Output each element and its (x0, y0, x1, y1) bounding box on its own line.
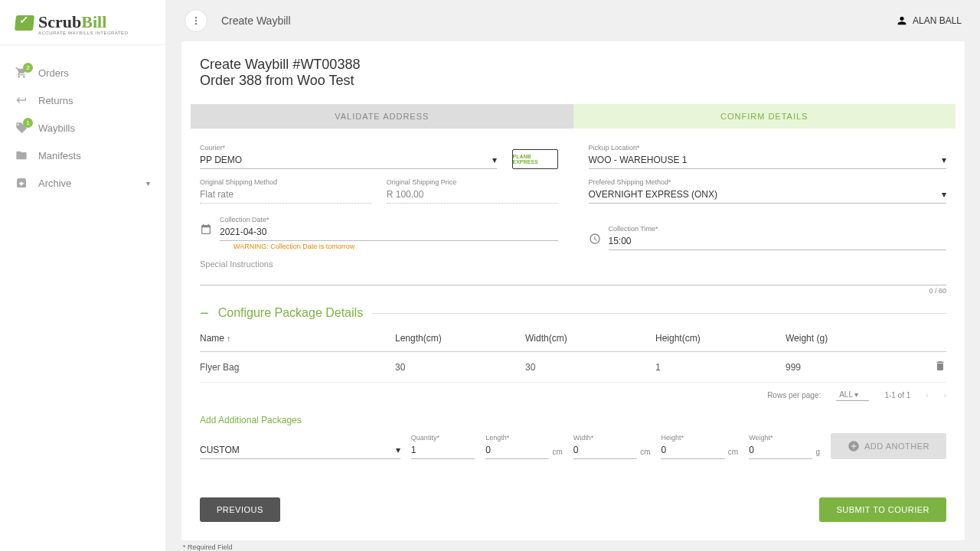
table-header: Name ↑ Length(cm) Width(cm) Height(cm) W… (200, 325, 946, 352)
dropdown-icon: ▾ (942, 189, 946, 200)
cell-height: 1 (655, 362, 786, 373)
coll-date-label: Collection Date* (220, 216, 558, 223)
dropdown-icon: ▾ (942, 155, 946, 165)
height-input[interactable]: 0 (661, 442, 724, 459)
page-title-1: Create Waybill #WT00388 (200, 57, 946, 73)
cell-weight: 999 (786, 362, 916, 373)
qty-input[interactable]: 1 (411, 442, 475, 459)
nav-returns[interactable]: Returns (0, 86, 165, 114)
nav-waybills[interactable]: 1 Waybills (0, 114, 165, 142)
nav-archive[interactable]: Archive ▾ (0, 169, 165, 197)
nav-manifests[interactable]: Manifests (0, 142, 165, 169)
th-height[interactable]: Height(cm) (655, 333, 786, 344)
orig-method-label: Original Shipping Method (200, 178, 371, 186)
tags-icon: 1 (15, 122, 28, 134)
length-input[interactable]: 0 (485, 442, 549, 459)
coll-date-input[interactable]: 2021-04-30 (220, 223, 558, 241)
unit: cm (728, 448, 738, 459)
step-confirm[interactable]: CONFIRM DETAILS (573, 104, 956, 129)
cell-name: Flyer Bag (200, 362, 395, 373)
return-icon (15, 94, 28, 106)
orig-price-value: R 100.00 (387, 186, 558, 204)
user-name: ALAN BALL (913, 15, 962, 26)
nav-label: Orders (38, 67, 69, 79)
special-input[interactable] (200, 269, 946, 285)
th-length[interactable]: Length(cm) (395, 333, 525, 344)
rpp-select[interactable]: ALL ▾ (836, 389, 869, 401)
orig-price-label: Original Shipping Price (387, 178, 558, 186)
th-weight[interactable]: Weight (g) (786, 333, 916, 344)
table-row: Flyer Bag 30 30 1 999 (200, 352, 946, 383)
sort-up-icon: ↑ (227, 334, 230, 343)
special-label: Special Instructions (200, 259, 946, 269)
waybills-badge: 1 (23, 118, 33, 128)
coll-date-warning: WARNING: Collection Date is tomorrow (200, 243, 558, 250)
weight-input[interactable]: 0 (749, 442, 812, 459)
clock-icon (589, 233, 601, 250)
chevron-down-icon: ▾ (146, 179, 150, 187)
pagination: Rows per page: ALL ▾ 1-1 of 1 ‹ › (181, 383, 965, 407)
cart-icon: 2 (15, 67, 28, 79)
more-vert-icon (190, 15, 202, 27)
menu-button[interactable] (185, 9, 207, 32)
th-name[interactable]: Name ↑ (200, 333, 395, 344)
nav-label: Manifests (38, 150, 81, 161)
person-icon (896, 15, 908, 27)
pickup-label: Pickup Location* (589, 144, 947, 152)
unit: g (815, 448, 820, 459)
unit: cm (552, 448, 562, 459)
width-label: Width* (573, 434, 637, 442)
required-note: * Required Field (181, 540, 965, 551)
card: Create Waybill #WT00388 Order 388 from W… (181, 41, 965, 540)
prev-page-button[interactable]: ‹ (926, 391, 928, 399)
logo: ScrubBill ACCURATE WAYBILLS INTEGRATED (0, 14, 165, 45)
courier-select[interactable]: PP DEMO▾ (200, 152, 497, 169)
step-validate[interactable]: VALIDATE ADDRESS (191, 104, 573, 129)
collapse-icon[interactable]: − (200, 305, 209, 321)
pref-method-select[interactable]: OVERNIGHT EXPRESS (ONX)▾ (589, 186, 947, 204)
cell-width: 30 (525, 362, 655, 373)
nav-label: Archive (38, 178, 71, 189)
add-another-button[interactable]: ADD ANOTHER (831, 433, 946, 459)
package-type-select[interactable]: CUSTOM▾ (200, 442, 400, 459)
nav: 2 Orders Returns 1 Waybills (0, 53, 165, 203)
orders-badge: 2 (23, 63, 33, 73)
page-title-2: Order 388 from Woo Test (200, 73, 946, 89)
topbar-title: Create Waybill (221, 15, 291, 27)
folder-icon (15, 149, 28, 161)
special-count: 0 / 60 (181, 287, 965, 295)
submit-button[interactable]: SUBMIT TO COURIER (819, 497, 946, 522)
dropdown-icon: ▾ (492, 155, 497, 165)
divider (372, 313, 946, 314)
topbar: Create Waybill ALAN BALL (166, 0, 980, 41)
nav-orders[interactable]: 2 Orders (0, 59, 165, 86)
height-label: Height* (661, 434, 724, 442)
pickup-select[interactable]: WOO - WAREHOUSE 1▾ (589, 152, 947, 169)
add-packages-title: Add Additional Packages (181, 407, 965, 433)
delete-row-button[interactable] (916, 360, 946, 374)
calendar-icon (200, 223, 212, 241)
rpp-label: Rows per page: (767, 391, 821, 399)
courier-logo: PLANB EXPRESS (512, 149, 558, 169)
coll-time-input[interactable]: 15:00 (609, 233, 947, 250)
page-range: 1-1 of 1 (884, 391, 910, 399)
steps: VALIDATE ADDRESS CONFIRM DETAILS (191, 104, 956, 129)
logo-tagline: ACCURATE WAYBILLS INTEGRATED (15, 31, 150, 35)
nav-label: Returns (38, 95, 74, 106)
sidebar: ScrubBill ACCURATE WAYBILLS INTEGRATED 2… (0, 0, 166, 551)
next-page-button[interactable]: › (944, 391, 946, 399)
weight-label: Weight* (749, 434, 812, 442)
unit: cm (640, 448, 650, 459)
qty-label: Quantity* (411, 434, 475, 442)
section-title: Configure Package Details (218, 306, 363, 320)
orig-method-value: Flat rate (200, 186, 371, 204)
width-input[interactable]: 0 (573, 442, 637, 459)
dropdown-icon: ▾ (396, 445, 400, 455)
trash-icon (934, 360, 946, 372)
length-label: Length* (485, 434, 549, 442)
logo-mark-icon (15, 15, 34, 31)
previous-button[interactable]: PREVIOUS (200, 497, 280, 522)
th-width[interactable]: Width(cm) (525, 333, 655, 344)
coll-time-label: Collection Time* (609, 225, 947, 233)
user-menu[interactable]: ALAN BALL (896, 15, 962, 27)
